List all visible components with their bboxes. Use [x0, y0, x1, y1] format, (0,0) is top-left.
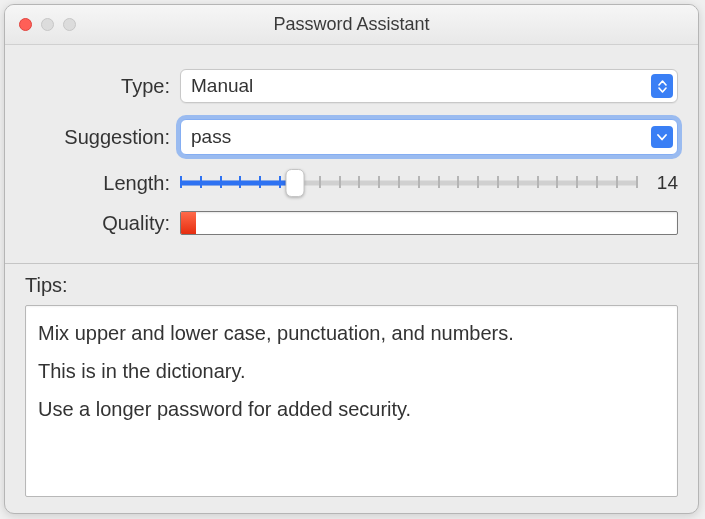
type-value: Manual — [191, 75, 253, 97]
minimize-button[interactable] — [41, 18, 54, 31]
suggestion-row: Suggestion: — [25, 119, 678, 155]
quality-row: Quality: — [25, 211, 678, 235]
slider-thumb[interactable] — [285, 169, 304, 197]
chevron-down-icon[interactable] — [651, 126, 673, 148]
quality-meter — [180, 211, 678, 235]
quality-fill — [181, 212, 196, 234]
type-label: Type: — [25, 75, 180, 98]
suggestion-label: Suggestion: — [25, 126, 180, 149]
length-value: 14 — [652, 172, 678, 194]
tip-item: Mix upper and lower case, punctuation, a… — [38, 316, 665, 350]
length-row: Length: 14 — [25, 171, 678, 195]
tip-item: This is in the dictionary. — [38, 354, 665, 388]
type-row: Type: Manual — [25, 69, 678, 103]
tips-box: Mix upper and lower case, punctuation, a… — [25, 305, 678, 497]
tips-section: Tips: Mix upper and lower case, punctuat… — [5, 264, 698, 513]
tips-label: Tips: — [25, 274, 678, 297]
length-slider[interactable] — [180, 171, 638, 195]
window-title: Password Assistant — [5, 14, 698, 35]
length-label: Length: — [25, 172, 180, 195]
quality-label: Quality: — [25, 212, 180, 235]
close-button[interactable] — [19, 18, 32, 31]
maximize-button[interactable] — [63, 18, 76, 31]
suggestion-combobox[interactable] — [180, 119, 678, 155]
tip-item: Use a longer password for added security… — [38, 392, 665, 426]
slider-ticks — [180, 176, 638, 190]
password-assistant-window: Password Assistant Type: Manual Suggesti… — [4, 4, 699, 514]
traffic-lights — [5, 18, 76, 31]
content-area: Type: Manual Suggestion: — [5, 45, 698, 251]
chevron-up-down-icon — [651, 74, 673, 98]
titlebar[interactable]: Password Assistant — [5, 5, 698, 45]
suggestion-input[interactable] — [191, 126, 651, 148]
type-select[interactable]: Manual — [180, 69, 678, 103]
